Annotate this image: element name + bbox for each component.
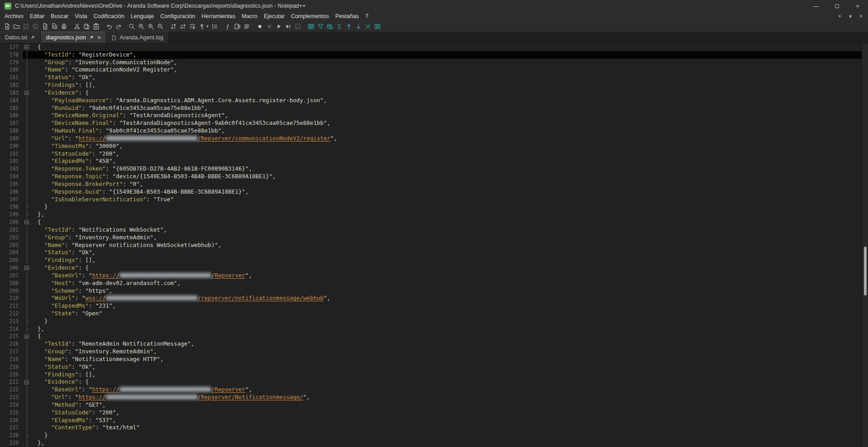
sync-horizontal-scroll-button[interactable] [179,22,187,31]
undo-button[interactable] [105,22,114,31]
code-content[interactable]: "Name": "Notificationmessage HTTP", [31,356,868,363]
pin-icon[interactable] [30,35,35,40]
plugin-sort-desc-button[interactable] [354,22,363,31]
line-number[interactable]: 223 [0,394,23,401]
code-content[interactable]: "Url": "https:///Repserver/communication… [31,135,868,143]
code-content[interactable]: "Response.Token": "{605DB7ED-D27B-4AB2-8… [31,165,868,173]
code-content[interactable]: "Findings": [], [31,257,868,264]
line-number[interactable]: 205 [0,257,23,264]
fold-collapse-marker[interactable]: − [25,220,29,224]
start-record-macro-button[interactable] [256,22,264,31]
copy-button[interactable] [82,22,91,31]
code-content[interactable]: "TimeoutMs": "30000", [31,143,868,150]
line-number[interactable]: 215 [0,333,23,340]
code-content[interactable]: "Scheme": "https", [31,287,868,295]
minimize-button[interactable]: — [806,0,826,12]
line-number[interactable]: 211 [0,302,23,310]
line-number[interactable]: 206 [0,264,23,272]
code-content[interactable]: } [31,432,868,439]
line-number[interactable]: 199 [0,211,23,219]
code-content[interactable]: "Status": "Ok", [31,249,868,257]
tab-diagnostics-json[interactable]: diagnostics.json× [41,32,106,43]
plugin-filter-button[interactable] [316,22,325,31]
stop-record-macro-button[interactable] [265,22,274,31]
url-link[interactable]: https:// [92,272,119,279]
line-number[interactable]: 202 [0,234,23,242]
code-content[interactable]: "Evidence": { [31,89,868,97]
code-content[interactable]: "Group": "Inventory.RemoteAdmin", [31,234,868,242]
line-number[interactable]: 194 [0,173,23,181]
tab-datos-txt[interactable]: Datos.txt [0,32,41,43]
line-number[interactable]: 228 [0,432,23,439]
line-number[interactable]: 181 [0,74,23,81]
line-number[interactable]: 222 [0,386,23,394]
url-link[interactable]: https:// [78,135,105,142]
document-map-button[interactable] [233,22,242,31]
code-content[interactable]: "Evidence": { [31,264,868,272]
menu-item-codificacion[interactable]: Codificación [90,13,128,19]
code-content[interactable]: }, [31,211,868,219]
line-number[interactable]: 197 [0,196,23,204]
line-number[interactable]: 207 [0,272,23,280]
code-content[interactable]: "Findings": [], [31,81,868,89]
fold-collapse-marker[interactable]: − [25,91,29,95]
url-link[interactable]: /Repserver [211,386,245,393]
menu-item-buscar[interactable]: Buscar [47,13,71,19]
line-number[interactable]: 200 [0,219,23,226]
code-content[interactable]: "TestId": "RegisterDevice", [31,51,868,59]
menubar-plus-button[interactable]: + [838,13,841,19]
code-content[interactable]: { [31,219,868,226]
line-number[interactable]: 218 [0,356,23,363]
menu-item-editar[interactable]: Editar [27,13,48,19]
code-content[interactable]: }, [31,325,868,333]
code-content[interactable]: "StatusCode": "200", [31,150,868,158]
code-content[interactable]: "Group": "Inventory.CommunicationNode", [31,59,868,67]
code-content[interactable]: "Url": "https:///Repserver/Notificationm… [31,394,868,401]
save-recorded-macro-button[interactable] [294,22,302,31]
code-content[interactable]: "ElapsedMs": "231", [31,302,868,310]
url-link[interactable]: /Repserver/Notificationmessage/ [198,394,303,400]
close-window-button[interactable]: × [847,0,868,12]
line-number[interactable]: 217 [0,348,23,356]
editor[interactable]: 177− {178 "TestId": "RegisterDevice",179… [0,43,868,447]
url-link[interactable]: /repserver/notificationmessage/webhub [198,295,323,301]
code-content[interactable]: "StatusCode": "200", [31,409,868,417]
url-link[interactable]: https:// [78,394,105,400]
menu-item-archivo[interactable]: Archivo [1,13,27,19]
menu-item-complementos[interactable]: Complementos [288,13,332,19]
code-content[interactable]: "ElapsedMs": "458", [31,157,868,165]
document-list-button[interactable] [242,22,251,31]
menu-item-lenguaje[interactable]: Lenguaje [128,13,157,19]
line-number[interactable]: 224 [0,401,23,409]
line-number[interactable]: 214 [0,325,23,333]
line-number[interactable]: 213 [0,318,23,325]
code-content[interactable]: { [31,43,868,51]
line-number[interactable]: 182 [0,81,23,89]
code-content[interactable]: "HwHash.Final": "9ab0c0f41ce3453caa05cae… [31,127,868,135]
code-content[interactable]: { [31,333,868,340]
code-content[interactable]: "RunGuid": "9ab0c0f41ce3453caa05cae75e88… [31,105,868,112]
code-content[interactable]: "TestId": "Notifications WebSocket", [31,226,868,234]
line-number[interactable]: 209 [0,287,23,295]
run-macro-multiple-button[interactable] [284,22,293,31]
line-number[interactable]: 221 [0,378,23,386]
code-content[interactable]: "TestId": "RemoteAdmin NotificationMessa… [31,340,868,348]
plugin-table-edit-button[interactable] [326,22,334,31]
url-link[interactable]: /Repserver/communicationNodeV2/register [198,135,331,142]
code-content[interactable]: }, [31,439,868,447]
plugin-sum-button[interactable]: Σ [335,22,344,31]
close-file-button[interactable] [41,22,49,31]
menu-item-configuracion[interactable]: Configuración [157,13,198,19]
plugin-clear-button[interactable] [364,22,372,31]
line-number[interactable]: 178 [0,51,23,59]
new-file-button[interactable] [3,22,11,31]
line-number[interactable]: 227 [0,424,23,432]
code-content[interactable]: "Method": "GET", [31,401,868,409]
line-number[interactable]: 212 [0,310,23,318]
maximize-button[interactable] [826,0,847,12]
code-content[interactable]: } [31,203,868,211]
menubar-overflow-button[interactable]: ▾ [849,13,852,19]
show-indent-guide-button[interactable] [210,22,219,31]
code-content[interactable]: "Status": "Ok", [31,74,868,81]
replace-button[interactable] [137,22,146,31]
